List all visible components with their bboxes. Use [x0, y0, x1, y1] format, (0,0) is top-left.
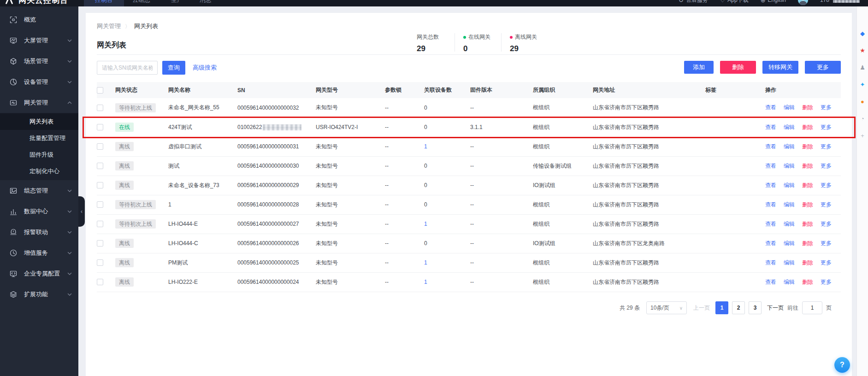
- 更多-link[interactable]: 更多: [821, 124, 832, 130]
- favorite-icon[interactable]: ★: [860, 47, 865, 53]
- advanced-search-link[interactable]: 高级搜索: [193, 64, 217, 72]
- topbar-item[interactable]: ⊕English: [761, 0, 786, 4]
- page-size-select[interactable]: 10条/页∨: [646, 301, 687, 314]
- 更多-button[interactable]: 更多: [805, 61, 841, 74]
- row-checkbox[interactable]: [97, 182, 103, 188]
- 更多-link[interactable]: 更多: [821, 221, 832, 227]
- row-checkbox[interactable]: [97, 279, 103, 285]
- top-tab[interactable]: 消息: [191, 0, 220, 6]
- goto-page-input[interactable]: [802, 301, 822, 314]
- 删除-link[interactable]: 删除: [802, 201, 813, 208]
- sidebar-item-组态管理[interactable]: 组态管理: [0, 180, 78, 201]
- add-icon[interactable]: +: [861, 133, 864, 139]
- 更多-link[interactable]: 更多: [821, 182, 832, 188]
- 编辑-link[interactable]: 编辑: [784, 259, 795, 266]
- row-checkbox[interactable]: [97, 201, 103, 208]
- 添加-button[interactable]: 添加: [684, 61, 714, 74]
- 删除-link[interactable]: 删除: [802, 124, 813, 130]
- next-page-button[interactable]: 下一页: [767, 304, 784, 312]
- top-tab[interactable]: 生产: [163, 0, 191, 6]
- 删除-link[interactable]: 删除: [802, 221, 813, 227]
- device-count-link[interactable]: 1: [424, 259, 427, 266]
- select-all-checkbox[interactable]: [97, 87, 103, 94]
- sidebar-item-场景管理[interactable]: 场景管理: [0, 51, 78, 71]
- sidebar-item-网关管理[interactable]: 网关管理: [0, 92, 78, 113]
- 编辑-link[interactable]: 编辑: [784, 143, 795, 150]
- device-count-link[interactable]: 1: [424, 221, 427, 227]
- device-count-link[interactable]: 1: [424, 279, 427, 285]
- user-icon[interactable]: ♟: [860, 65, 865, 70]
- page-number-1[interactable]: 1: [715, 301, 728, 314]
- top-tab[interactable]: 控制台: [84, 0, 124, 6]
- row-checkbox[interactable]: [97, 221, 103, 227]
- 查看-link[interactable]: 查看: [765, 201, 776, 208]
- 删除-link[interactable]: 删除: [802, 259, 813, 266]
- 更多-link[interactable]: 更多: [821, 104, 832, 111]
- sidebar-item-概览[interactable]: 概览: [0, 9, 78, 30]
- 更多-link[interactable]: 更多: [821, 279, 832, 285]
- 编辑-link[interactable]: 编辑: [784, 201, 795, 208]
- page-number-2[interactable]: 2: [732, 301, 745, 314]
- 删除-link[interactable]: 删除: [802, 143, 813, 150]
- 更多-link[interactable]: 更多: [821, 163, 832, 169]
- 删除-link[interactable]: 删除: [802, 182, 813, 188]
- 更多-link[interactable]: 更多: [821, 201, 832, 208]
- 查看-link[interactable]: 查看: [765, 163, 776, 169]
- sidebar-item-数据中心[interactable]: 数据中心: [0, 201, 78, 222]
- row-checkbox[interactable]: [97, 259, 103, 266]
- 编辑-link[interactable]: 编辑: [784, 163, 795, 169]
- device-count-link[interactable]: 1: [424, 143, 427, 150]
- page-number-3[interactable]: 3: [749, 301, 762, 314]
- 查看-link[interactable]: 查看: [765, 259, 776, 266]
- history-icon[interactable]: ◔: [861, 116, 864, 122]
- 更多-link[interactable]: 更多: [821, 143, 832, 150]
- sidebar-item-大屏管理[interactable]: 大屏管理: [0, 30, 78, 51]
- 编辑-link[interactable]: 编辑: [784, 221, 795, 227]
- sidebar-item-固件升级[interactable]: 固件升级: [0, 147, 78, 163]
- help-button[interactable]: ?: [834, 357, 850, 373]
- 删除-link[interactable]: 删除: [802, 163, 813, 169]
- chat-icon[interactable]: ✦: [860, 82, 865, 88]
- 编辑-link[interactable]: 编辑: [784, 124, 795, 130]
- 删除-button[interactable]: 删除: [720, 61, 756, 74]
- row-checkbox[interactable]: [97, 105, 103, 111]
- search-input[interactable]: [97, 61, 158, 75]
- sidebar-item-批量配置管理[interactable]: 批量配置管理: [0, 130, 78, 147]
- sidebar-collapse-handle[interactable]: ‹: [78, 196, 85, 227]
- 编辑-link[interactable]: 编辑: [784, 240, 795, 247]
- 查看-link[interactable]: 查看: [765, 279, 776, 285]
- sidebar-item-设备管理[interactable]: 设备管理: [0, 71, 78, 92]
- topbar-item[interactable]: ↻售后服务: [679, 0, 708, 4]
- office-icon[interactable]: ●: [861, 99, 864, 105]
- 删除-link[interactable]: 删除: [802, 240, 813, 247]
- sidebar-item-扩展功能[interactable]: 扩展功能: [0, 284, 78, 305]
- bookmark-icon[interactable]: ◆: [860, 30, 865, 36]
- sidebar-item-网关列表[interactable]: 网关列表: [0, 113, 78, 130]
- 查看-link[interactable]: 查看: [765, 182, 776, 188]
- row-checkbox[interactable]: [97, 124, 103, 130]
- sidebar-item-增值服务[interactable]: 增值服务: [0, 242, 78, 263]
- 查看-link[interactable]: 查看: [765, 124, 776, 130]
- row-checkbox[interactable]: [97, 163, 103, 169]
- avatar[interactable]: [798, 0, 808, 5]
- top-tab[interactable]: 云组态: [124, 0, 163, 6]
- sidebar-item-定制化中心[interactable]: 定制化中心: [0, 163, 78, 180]
- 查看-link[interactable]: 查看: [765, 104, 776, 111]
- 查看-link[interactable]: 查看: [765, 143, 776, 150]
- sidebar-item-企业专属配置[interactable]: 企业专属配置: [0, 263, 78, 284]
- row-checkbox[interactable]: [97, 240, 103, 247]
- 编辑-link[interactable]: 编辑: [784, 182, 795, 188]
- 删除-link[interactable]: 删除: [802, 279, 813, 285]
- prev-page-button[interactable]: 上一页: [693, 304, 710, 312]
- 编辑-link[interactable]: 编辑: [784, 104, 795, 111]
- row-checkbox[interactable]: [97, 143, 103, 150]
- sidebar-item-报警联动[interactable]: 报警联动: [0, 222, 78, 242]
- breadcrumb-item[interactable]: 网关管理: [97, 22, 121, 30]
- 查看-link[interactable]: 查看: [765, 221, 776, 227]
- query-button[interactable]: 查询: [162, 61, 185, 75]
- 编辑-link[interactable]: 编辑: [784, 279, 795, 285]
- 更多-link[interactable]: 更多: [821, 240, 832, 247]
- 更多-link[interactable]: 更多: [821, 259, 832, 266]
- 查看-link[interactable]: 查看: [765, 240, 776, 247]
- 转移网关-button[interactable]: 转移网关: [762, 61, 798, 74]
